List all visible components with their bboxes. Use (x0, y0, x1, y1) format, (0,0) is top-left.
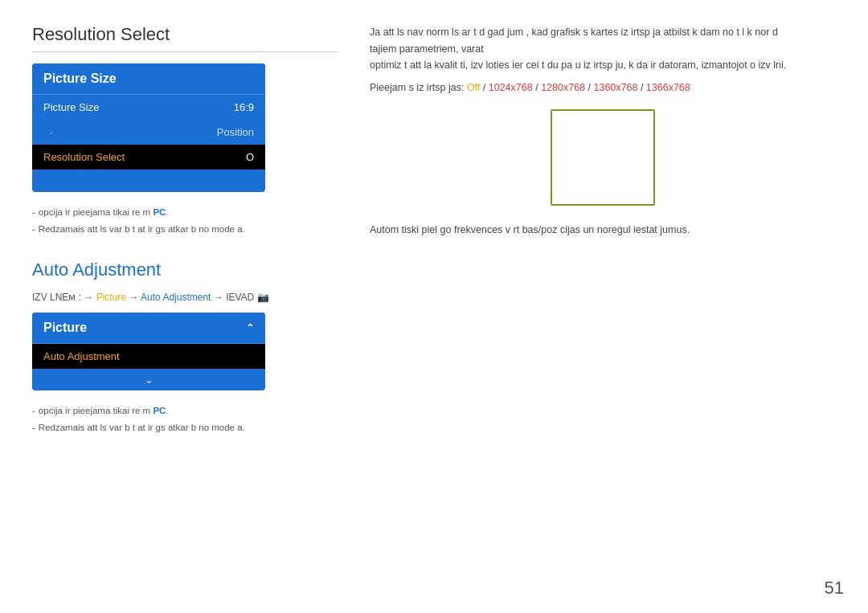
picture-header-label: Picture (43, 321, 87, 335)
picture-size-header: Picture Size (32, 63, 265, 95)
resolution-description: Ja att ls nav norm ls ar t d gad jum , k… (370, 24, 788, 74)
nav-picture: Picture (96, 292, 129, 303)
pc-highlight-1: PC (153, 207, 166, 217)
nav-auto: Auto Adjustment (141, 292, 214, 303)
chevron-down-row: ⌄ (32, 369, 265, 390)
auto-adjustment-section: Auto Adjustment IZV LNEᴍ : → Picture → A… (32, 260, 338, 435)
nav-arrow1: → (84, 292, 96, 303)
picture-size-label: Picture Size (43, 101, 99, 113)
page-number: 51 (825, 578, 844, 599)
picture-size-value: 16:9 (234, 101, 254, 113)
nav-prefix: IZV LNEᴍ : (32, 292, 84, 303)
res-slash-4: / (641, 82, 646, 93)
left-column: Resolution Select Picture Size Picture S… (32, 24, 354, 589)
monitor-outline (551, 109, 655, 206)
auto-adj-menu-box: Picture ⌃ Auto Adjustment ⌄ (32, 313, 265, 390)
resolution-select-label: Resolution Select (43, 151, 125, 163)
resolution-menu-box: Picture Size Picture Size 16:9 Position … (32, 63, 265, 192)
resolution-section: Resolution Select Picture Size Picture S… (32, 24, 338, 237)
note-line-1: - opcija ir pieejama tikai re m PC. (32, 205, 338, 219)
auto-adjustment-item[interactable]: Auto Adjustment (32, 344, 265, 369)
res-1366: 1366x768 (646, 82, 690, 93)
monitor-image-container (370, 109, 836, 206)
right-column: Ja att ls nav norm ls ar t d gad jum , k… (354, 24, 836, 589)
nav-arrow3: → (214, 292, 226, 303)
nav-path: IZV LNEᴍ : → Picture → Auto Adjustment →… (32, 292, 338, 303)
picture-header-2: Picture ⌃ (32, 313, 265, 344)
position-item[interactable]: Position (32, 120, 265, 145)
res-slash-1: / (483, 82, 489, 93)
auto-note-line-1: - opcija ir pieejama tikai re m PC. (32, 403, 338, 418)
resolution-title: Resolution Select (32, 24, 338, 52)
res-1360: 1360x768 (593, 82, 637, 93)
resolution-notes: - opcija ir pieejama tikai re m PC. - Re… (32, 205, 338, 237)
nav-arrow2: → (129, 292, 141, 303)
resolution-options: Pieejam s iz irtsp jas: Off / 1024x768 /… (370, 82, 836, 93)
desc-line1: Ja att ls nav norm ls ar t d gad jum , k… (370, 27, 778, 55)
pc-highlight-2: PC (153, 406, 166, 415)
note-line-2: - Redzamais att ls var b t at ir gs atka… (32, 222, 338, 236)
chevron-up-icon: ⌃ (246, 322, 254, 333)
auto-adj-description: Autom tiski piel go frekvences v rt bas/… (370, 222, 691, 239)
res-1280: 1280x768 (541, 82, 585, 93)
auto-note-line-2: - Redzamais att ls var b t at ir gs atka… (32, 420, 338, 435)
position-label: Position (217, 126, 254, 138)
res-off: Off (467, 82, 480, 93)
desc-line2: optimiz t att la kvalit ti, izv loties i… (370, 59, 786, 71)
res-1024: 1024x768 (489, 82, 533, 93)
nav-ievad: IEVAD 📷 (226, 292, 268, 303)
resolution-select-value: O (246, 151, 254, 163)
auto-adjustment-title: Auto Adjustment (32, 260, 338, 280)
picture-size-item[interactable]: Picture Size 16:9 (32, 95, 265, 120)
resolution-select-item[interactable]: Resolution Select O (32, 145, 265, 170)
chevron-down-icon: ⌄ (145, 374, 154, 386)
auto-adjustment-label: Auto Adjustment (43, 350, 120, 362)
auto-adj-notes: - opcija ir pieejama tikai re m PC. - Re… (32, 403, 338, 435)
res-label: Pieejam s iz irtsp jas: (370, 82, 467, 93)
